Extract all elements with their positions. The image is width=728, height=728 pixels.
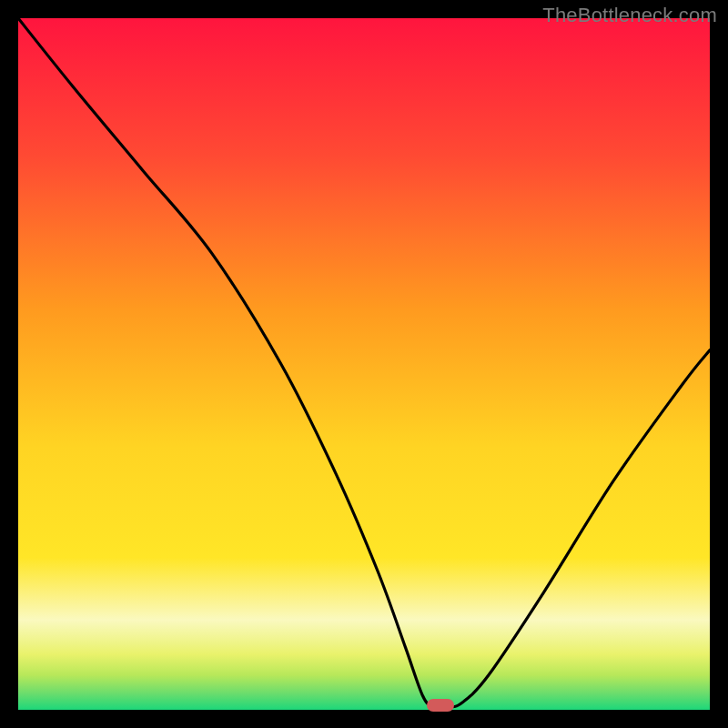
- site-credit: TheBottleneck.com: [542, 4, 717, 27]
- plot-area: [18, 18, 710, 710]
- optimum-marker: [427, 699, 454, 712]
- chart-frame: TheBottleneck.com: [0, 0, 728, 728]
- bottleneck-curve: [18, 18, 710, 710]
